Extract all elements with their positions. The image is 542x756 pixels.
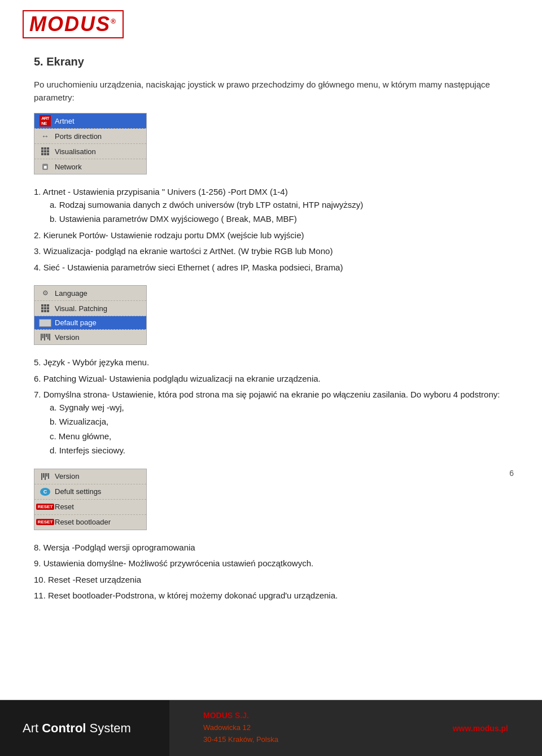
list-item-9: 9. Ustawienia domyślne- Możliwość przywr… bbox=[34, 557, 508, 570]
footer-left: Art Control System bbox=[0, 700, 169, 756]
footer-brand: Art Control System bbox=[23, 721, 131, 736]
main-content: 5. Ekrany Po uruchomieniu urządzenia, na… bbox=[0, 44, 542, 619]
list-2: 5. Język - Wybór języka menu. 6. Patchin… bbox=[34, 356, 508, 457]
default-icon bbox=[39, 319, 51, 327]
footer-address-2: 30-415 Kraków, Polska bbox=[203, 734, 453, 746]
list-item-4: 4. Sieć - Ustawienia parametrów sieci Et… bbox=[34, 261, 508, 274]
menu-label-version3: Version bbox=[55, 472, 79, 480]
list-item-7: 7. Domyślna strona- Ustawienie, która po… bbox=[34, 388, 508, 457]
brand-suffix: System bbox=[86, 721, 130, 735]
list-3: 8. Wersja -Podgląd wersji oprogramowania… bbox=[34, 541, 508, 602]
footer-center: MODUS S.J. Wadowicka 12 30-415 Kraków, P… bbox=[169, 711, 453, 746]
footer-website: www.modus.pl bbox=[453, 724, 508, 733]
page-number: 6 bbox=[509, 469, 514, 478]
menu-screenshot-2: ⚙ Language Visual. Patching Default page bbox=[34, 285, 147, 345]
list-1: 1. Artnet - Ustawienia przypisania " Uni… bbox=[34, 186, 508, 274]
menu-item-default: Default page bbox=[34, 316, 146, 330]
version-icon3 bbox=[39, 471, 51, 482]
list-item-8: 8. Wersja -Podgląd wersji oprogramowania bbox=[34, 541, 508, 554]
sub-item-7c: c. Menu główne, bbox=[50, 430, 508, 443]
list-item-11: 11. Reset bootloader-Podstrona, w której… bbox=[34, 589, 508, 602]
footer-right: www.modus.pl bbox=[453, 724, 542, 733]
menu-item-version: Version bbox=[34, 330, 146, 344]
menu-label-vp: Visual. Patching bbox=[55, 304, 107, 313]
menu-label-reset: Reset bbox=[55, 502, 74, 511]
defult-icon: C bbox=[39, 487, 51, 497]
sub-item-7a: a. Sygnały wej -wyj, bbox=[50, 401, 508, 414]
vis-icon bbox=[39, 146, 51, 156]
net-icon: ■ bbox=[39, 161, 51, 172]
footer: Art Control System MODUS S.J. Wadowicka … bbox=[0, 700, 542, 756]
menu-screenshot-1: ARTNE Artnet ↔ Ports direction Visualisa… bbox=[34, 113, 147, 174]
menu-item-language: ⚙ Language bbox=[34, 286, 146, 301]
menu-item-visual-patching: Visual. Patching bbox=[34, 301, 146, 316]
brand-bold: Control bbox=[42, 721, 86, 735]
list-item-2: 2. Kierunek Portów- Ustawienie rodzaju p… bbox=[34, 229, 508, 242]
intro-text: Po uruchomieniu urządzenia, naciskając j… bbox=[34, 78, 508, 104]
sub-item-7b: b. Wizualizacja, bbox=[50, 416, 508, 429]
sub-list-7: a. Sygnały wej -wyj, b. Wizualizacja, c.… bbox=[34, 401, 508, 457]
menu-item-defult: C Defult settings bbox=[34, 484, 146, 500]
vp-icon bbox=[39, 303, 51, 313]
lang-icon: ⚙ bbox=[39, 288, 51, 298]
menu-item-reset-boot: RESET Reset bootloader bbox=[34, 515, 146, 530]
list-item-6: 6. Patching Wizual- Ustawienia podglądu … bbox=[34, 373, 508, 386]
list-item-5: 5. Język - Wybór języka menu. bbox=[34, 356, 508, 369]
menu-item-vis: Visualisation bbox=[34, 144, 146, 159]
menu-label-vis: Visualisation bbox=[55, 147, 96, 156]
header: MODUS® bbox=[0, 0, 542, 44]
menu-label-default: Default page bbox=[55, 318, 97, 327]
sub-item-1b: b. Ustawienia parametrów DMX wyjściowego… bbox=[50, 213, 508, 226]
brand-light: Art bbox=[23, 721, 42, 735]
menu-item-version3: Version bbox=[34, 469, 146, 484]
list-item-10: 10. Reset -Reset urządzenia bbox=[34, 574, 508, 587]
menu-item-reset: RESET Reset bbox=[34, 500, 146, 515]
footer-address: Wadowicka 12 30-415 Kraków, Polska bbox=[203, 722, 453, 746]
logo: MODUS® bbox=[23, 10, 124, 38]
sub-item-7d: d. Interfejs sieciowy. bbox=[50, 444, 508, 457]
menu-label-net: Network bbox=[55, 163, 82, 171]
reset-boot-icon: RESET bbox=[39, 517, 51, 527]
menu-label-ports: Ports direction bbox=[55, 132, 102, 141]
menu-label-artnet: Artnet bbox=[55, 117, 75, 125]
sub-list-1: a. Rodzaj sumowania danych z dwóch unive… bbox=[34, 199, 508, 226]
menu-label-version: Version bbox=[55, 333, 79, 342]
footer-address-1: Wadowicka 12 bbox=[203, 722, 453, 734]
list-item-3: 3. Wizualizacja- podgląd na ekranie wart… bbox=[34, 245, 508, 258]
menu-label-defult: Defult settings bbox=[55, 487, 101, 496]
menu-item-net: ■ Network bbox=[34, 159, 146, 174]
menu-label-reset-boot: Reset bootloader bbox=[55, 518, 111, 526]
menu-item-ports: ↔ Ports direction bbox=[34, 129, 146, 144]
ports-icon: ↔ bbox=[39, 131, 51, 141]
menu-label-language: Language bbox=[55, 289, 88, 298]
footer-company: MODUS S.J. bbox=[203, 711, 453, 720]
list-item-1: 1. Artnet - Ustawienia przypisania " Uni… bbox=[34, 186, 508, 226]
menu-item-artnet: ARTNE Artnet bbox=[34, 113, 146, 129]
menu-screenshot-3: Version C Defult settings RESET Reset RE… bbox=[34, 469, 147, 530]
logo-text: MODUS bbox=[29, 12, 111, 36]
section-title: 5. Ekrany bbox=[34, 55, 508, 68]
logo-reg: ® bbox=[111, 18, 117, 25]
version-icon bbox=[39, 332, 51, 342]
reset-icon: RESET bbox=[39, 502, 51, 512]
artnet-icon: ARTNE bbox=[39, 116, 51, 126]
sub-item-1a: a. Rodzaj sumowania danych z dwóch unive… bbox=[50, 199, 508, 212]
